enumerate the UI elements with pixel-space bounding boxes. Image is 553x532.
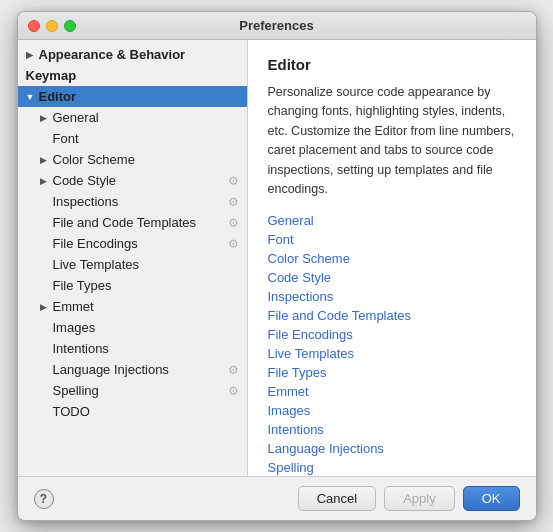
content-area: ▶Appearance & BehaviorKeymap▼Editor▶Gene… — [18, 40, 536, 476]
link-item-code-style[interactable]: Code Style — [268, 270, 516, 285]
close-button[interactable] — [28, 20, 40, 32]
footer-right: Cancel Apply OK — [298, 486, 520, 511]
sidebar-item-language-injections[interactable]: Language Injections⚙ — [18, 359, 247, 380]
gear-icon: ⚙ — [228, 195, 239, 209]
sidebar-item-label: File Types — [53, 278, 112, 293]
sidebar-item-intentions[interactable]: Intentions — [18, 338, 247, 359]
gear-icon: ⚙ — [228, 216, 239, 230]
link-item-font[interactable]: Font — [268, 232, 516, 247]
gear-icon: ⚙ — [228, 237, 239, 251]
chevron-right-icon: ▶ — [40, 176, 50, 186]
sidebar-item-label: Live Templates — [53, 257, 139, 272]
sidebar-item-emmet[interactable]: ▶Emmet — [18, 296, 247, 317]
sidebar-item-label: TODO — [53, 404, 90, 419]
main-description: Personalize source code appearance by ch… — [268, 83, 516, 199]
link-item-language-injections[interactable]: Language Injections — [268, 441, 516, 456]
preferences-window: Preferences ▶Appearance & BehaviorKeymap… — [17, 11, 537, 521]
minimize-button[interactable] — [46, 20, 58, 32]
sidebar-item-file-code-templates[interactable]: File and Code Templates⚙ — [18, 212, 247, 233]
sidebar-item-label: Keymap — [26, 68, 77, 83]
sidebar-item-label: Appearance & Behavior — [39, 47, 186, 62]
link-item-file-types[interactable]: File Types — [268, 365, 516, 380]
sidebar-item-label: Images — [53, 320, 96, 335]
link-item-general[interactable]: General — [268, 213, 516, 228]
link-item-intentions[interactable]: Intentions — [268, 422, 516, 437]
sidebar-item-editor[interactable]: ▼Editor — [18, 86, 247, 107]
sidebar-item-label: Color Scheme — [53, 152, 135, 167]
sidebar-item-todo[interactable]: TODO — [18, 401, 247, 422]
link-item-live-templates[interactable]: Live Templates — [268, 346, 516, 361]
link-list: GeneralFontColor SchemeCode StyleInspect… — [268, 213, 516, 476]
link-item-color-scheme[interactable]: Color Scheme — [268, 251, 516, 266]
sidebar-item-color-scheme[interactable]: ▶Color Scheme — [18, 149, 247, 170]
sidebar-item-label: Font — [53, 131, 79, 146]
sidebar-item-inspections[interactable]: Inspections⚙ — [18, 191, 247, 212]
sidebar-item-font[interactable]: Font — [18, 128, 247, 149]
sidebar-item-label: File and Code Templates — [53, 215, 197, 230]
sidebar-item-label: Inspections — [53, 194, 119, 209]
sidebar-item-file-encodings[interactable]: File Encodings⚙ — [18, 233, 247, 254]
footer-left: ? — [34, 489, 54, 509]
chevron-right-icon: ▶ — [40, 155, 50, 165]
chevron-right-icon: ▶ — [26, 50, 36, 60]
sidebar-item-label: Code Style — [53, 173, 117, 188]
sidebar-item-appearance-behavior[interactable]: ▶Appearance & Behavior — [18, 44, 247, 65]
sidebar-item-label: Emmet — [53, 299, 94, 314]
sidebar-item-label: Language Injections — [53, 362, 169, 377]
sidebar-item-keymap[interactable]: Keymap — [18, 65, 247, 86]
sidebar-item-label: Intentions — [53, 341, 109, 356]
link-item-spelling[interactable]: Spelling — [268, 460, 516, 475]
sidebar-item-general[interactable]: ▶General — [18, 107, 247, 128]
chevron-right-icon: ▶ — [40, 302, 50, 312]
footer: ? Cancel Apply OK — [18, 476, 536, 520]
sidebar-item-live-templates[interactable]: Live Templates — [18, 254, 247, 275]
link-item-file-encodings[interactable]: File Encodings — [268, 327, 516, 342]
main-title: Editor — [268, 56, 516, 73]
help-button[interactable]: ? — [34, 489, 54, 509]
chevron-right-icon: ▶ — [40, 113, 50, 123]
chevron-down-icon: ▼ — [26, 92, 36, 102]
sidebar-item-label: Editor — [39, 89, 77, 104]
link-item-images[interactable]: Images — [268, 403, 516, 418]
gear-icon: ⚙ — [228, 174, 239, 188]
sidebar-item-file-types[interactable]: File Types — [18, 275, 247, 296]
sidebar-item-label: Spelling — [53, 383, 99, 398]
main-panel: Editor Personalize source code appearanc… — [248, 40, 536, 476]
traffic-lights — [28, 20, 76, 32]
ok-button[interactable]: OK — [463, 486, 520, 511]
sidebar-item-label: General — [53, 110, 99, 125]
link-item-inspections[interactable]: Inspections — [268, 289, 516, 304]
sidebar-item-images[interactable]: Images — [18, 317, 247, 338]
sidebar-item-spelling[interactable]: Spelling⚙ — [18, 380, 247, 401]
sidebar: ▶Appearance & BehaviorKeymap▼Editor▶Gene… — [18, 40, 248, 476]
maximize-button[interactable] — [64, 20, 76, 32]
apply-button[interactable]: Apply — [384, 486, 455, 511]
gear-icon: ⚙ — [228, 363, 239, 377]
sidebar-item-code-style[interactable]: ▶Code Style⚙ — [18, 170, 247, 191]
window-title: Preferences — [239, 18, 313, 33]
gear-icon: ⚙ — [228, 384, 239, 398]
link-item-file-and-code-templates[interactable]: File and Code Templates — [268, 308, 516, 323]
link-item-emmet[interactable]: Emmet — [268, 384, 516, 399]
sidebar-item-label: File Encodings — [53, 236, 138, 251]
titlebar: Preferences — [18, 12, 536, 40]
cancel-button[interactable]: Cancel — [298, 486, 376, 511]
